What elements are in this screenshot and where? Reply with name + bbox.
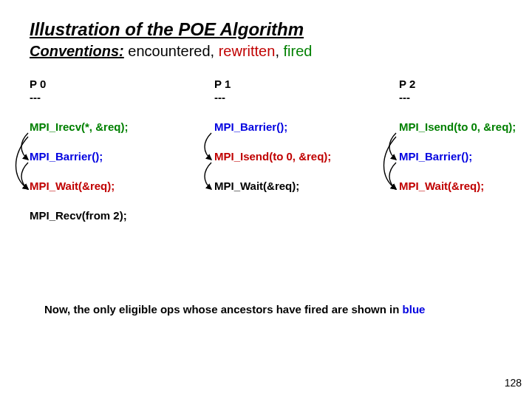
code-line: MPI_Wait(&req); — [30, 180, 170, 193]
slide: Illustration of the POE Algorithm Conven… — [0, 0, 532, 399]
conventions-line: Conventions: encountered, rewritten, fir… — [30, 43, 502, 60]
conv-rewritten: rewritten — [219, 43, 276, 59]
col-p1: P 1 --- MPI_Barrier(); MPI_Isend(to 0, &… — [214, 78, 355, 239]
conv-fired: fired — [284, 43, 313, 59]
conventions-label: Conventions: — [30, 43, 124, 59]
conv-encountered: encountered — [128, 43, 210, 59]
footnote: Now, the only eligible ops whose ancesto… — [44, 303, 425, 316]
code-line: MPI_Barrier(); — [30, 150, 170, 163]
code-line: MPI_Isend(to 0, &req); — [214, 150, 355, 163]
footnote-blue: blue — [403, 303, 426, 316]
code-line: MPI_Recv(from 2); — [30, 209, 170, 222]
code-line: MPI_Isend(to 0, &req); — [399, 120, 532, 134]
process-columns: P 0 --- MPI_Irecv(*, &req); MPI_Barrier(… — [30, 78, 502, 239]
col-header: P 1 --- — [214, 78, 355, 104]
footnote-text: Now, the only eligible ops whose ancesto… — [44, 303, 403, 316]
col-header: P 2 --- — [399, 78, 532, 104]
col-p0: P 0 --- MPI_Irecv(*, &req); MPI_Barrier(… — [30, 78, 170, 239]
code-line: MPI_Wait(&req); — [399, 180, 532, 193]
slide-title: Illustration of the POE Algorithm — [30, 19, 502, 40]
col-header: P 0 --- — [30, 78, 170, 104]
col-p2: P 2 --- MPI_Isend(to 0, &req); MPI_Barri… — [399, 78, 532, 239]
code-line: MPI_Barrier(); — [214, 120, 355, 134]
code-line: MPI_Barrier(); — [399, 150, 532, 163]
code-line: MPI_Wait(&req); — [214, 180, 355, 193]
code-line: MPI_Irecv(*, &req); — [30, 120, 170, 134]
page-number: 128 — [505, 377, 522, 389]
